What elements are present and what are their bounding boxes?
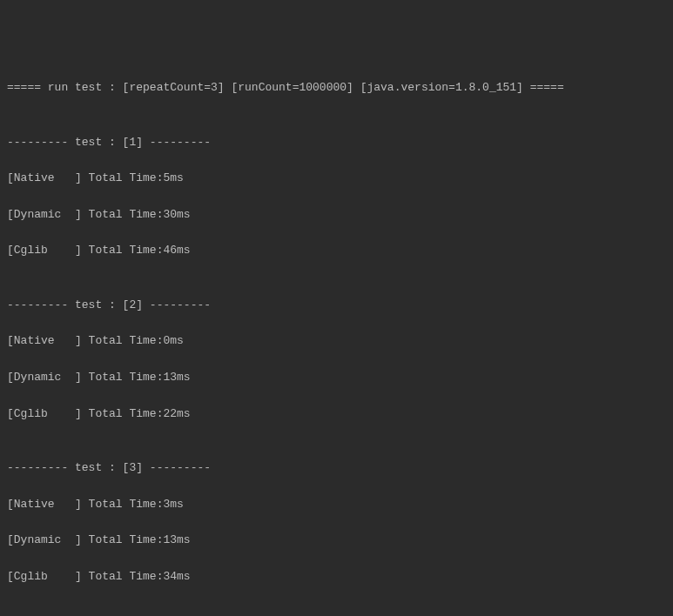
result-line: [Cglib ] Total Time:46ms — [7, 242, 666, 260]
result-line: [Dynamic ] Total Time:13ms — [7, 369, 666, 387]
test-header: --------- test : [2] --------- — [7, 297, 666, 315]
result-line: [Native ] Total Time:3ms — [7, 496, 666, 514]
result-line: [Native ] Total Time:0ms — [7, 332, 666, 351]
result-line: [Cglib ] Total Time:34ms — [7, 568, 666, 586]
test-header: --------- test : [1] --------- — [7, 134, 666, 152]
result-line: [Cglib ] Total Time:22ms — [7, 405, 666, 424]
run-header: ===== run test : [repeatCount=3] [runCou… — [7, 79, 666, 97]
result-line: [Dynamic ] Total Time:13ms — [7, 532, 666, 550]
console-output: ===== run test : [repeatCount=3] [runCou… — [7, 79, 666, 616]
result-line: [Native ] Total Time:5ms — [7, 170, 666, 188]
test-header: --------- test : [3] --------- — [7, 459, 666, 478]
result-line: [Dynamic ] Total Time:30ms — [7, 206, 666, 224]
